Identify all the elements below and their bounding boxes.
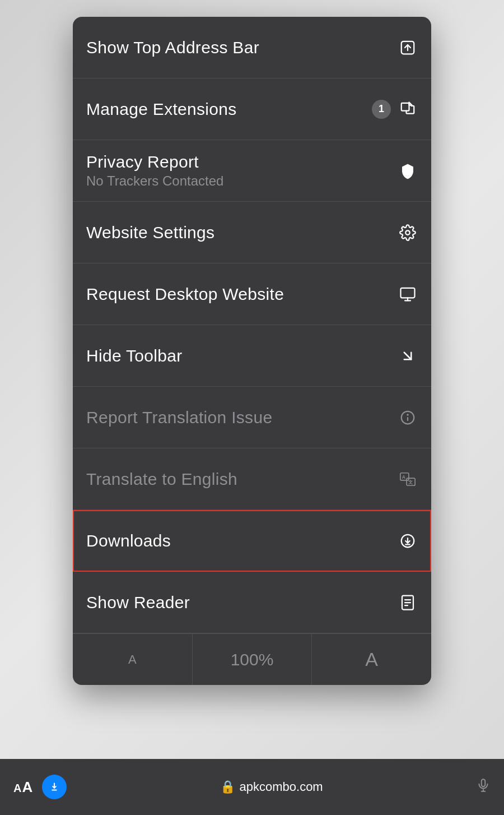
privacy-report-sublabel: No Trackers Contacted	[86, 173, 223, 189]
menu-item-right	[398, 161, 418, 181]
arrow-up-box-icon	[398, 38, 418, 58]
svg-rect-25	[482, 779, 486, 786]
url-text: apkcombo.com	[240, 780, 323, 794]
url-bar[interactable]: 🔒 apkcombo.com	[76, 780, 467, 794]
menu-container: Show Top Address Bar Manage Extensions 1	[73, 17, 431, 685]
svg-point-3	[405, 230, 410, 235]
menu-item-manage-extensions[interactable]: Manage Extensions 1	[73, 78, 431, 140]
manage-extensions-label: Manage Extensions	[86, 100, 237, 119]
download-progress-button[interactable]	[42, 775, 67, 799]
menu-item-right	[398, 531, 418, 551]
report-translation-issue-label: Report Translation Issue	[86, 408, 272, 427]
menu-item-right: 1	[372, 99, 418, 119]
menu-item-left: Show Reader	[86, 593, 190, 612]
menu-item-request-desktop-website[interactable]: Request Desktop Website	[73, 263, 431, 325]
gear-icon	[398, 223, 418, 243]
menu-item-report-translation-issue[interactable]: Report Translation Issue	[73, 387, 431, 448]
menu-item-translate-to-english[interactable]: Translate to English A 文	[73, 448, 431, 510]
svg-rect-2	[402, 103, 409, 110]
shield-icon	[398, 161, 418, 181]
svg-text:A: A	[402, 474, 405, 480]
microphone-icon[interactable]	[476, 778, 491, 797]
extensions-badge: 1	[372, 100, 391, 119]
font-decrease-label: A	[128, 652, 137, 667]
menu-item-show-reader[interactable]: Show Reader	[73, 572, 431, 633]
hide-toolbar-label: Hide Toolbar	[86, 346, 183, 365]
puzzle-piece-icon	[398, 99, 418, 119]
font-decrease-button[interactable]: A	[73, 634, 193, 685]
font-percent-value: 100%	[231, 650, 274, 669]
menu-item-right	[398, 38, 418, 58]
menu-item-right	[398, 346, 418, 366]
font-increase-label: A	[365, 649, 378, 670]
svg-rect-4	[401, 288, 415, 298]
aa-button[interactable]: AA	[13, 779, 33, 796]
menu-item-left: Request Desktop Website	[86, 285, 284, 304]
downloads-label: Downloads	[86, 531, 171, 550]
translate-icon: A 文	[398, 469, 418, 489]
translate-to-english-label: Translate to English	[86, 470, 237, 489]
svg-point-11	[407, 414, 408, 415]
svg-text:文: 文	[408, 479, 413, 485]
menu-item-left: Downloads	[86, 531, 171, 550]
menu-item-right: A 文	[398, 469, 418, 489]
menu-item-left: Show Top Address Bar	[86, 38, 259, 57]
menu-item-website-settings[interactable]: Website Settings	[73, 202, 431, 263]
menu-item-left: Hide Toolbar	[86, 346, 183, 365]
lock-icon: 🔒	[220, 780, 235, 794]
arrows-diagonal-icon	[398, 346, 418, 366]
reader-icon	[398, 592, 418, 613]
menu-item-downloads[interactable]: Downloads	[73, 510, 431, 572]
font-size-row: A 100% A	[73, 633, 431, 685]
desktop-icon	[398, 284, 418, 304]
bottom-bar: AA 🔒 apkcombo.com	[0, 759, 504, 815]
menu-item-left: Translate to English	[86, 470, 237, 489]
menu-item-show-top-address-bar[interactable]: Show Top Address Bar	[73, 17, 431, 78]
menu-item-right	[398, 284, 418, 304]
font-percent-display: 100%	[193, 634, 312, 685]
menu-item-hide-toolbar[interactable]: Hide Toolbar	[73, 325, 431, 387]
website-settings-label: Website Settings	[86, 223, 214, 242]
privacy-report-label: Privacy Report	[86, 152, 223, 172]
menu-item-left: Privacy Report No Trackers Contacted	[86, 152, 223, 189]
menu-item-right	[398, 592, 418, 613]
menu-item-right	[398, 223, 418, 243]
menu-item-left: Report Translation Issue	[86, 408, 272, 427]
request-desktop-website-label: Request Desktop Website	[86, 285, 284, 304]
menu-item-right	[398, 408, 418, 428]
show-top-address-bar-label: Show Top Address Bar	[86, 38, 259, 57]
svg-line-7	[404, 352, 412, 359]
font-increase-button[interactable]: A	[312, 634, 431, 685]
download-circle-icon	[398, 531, 418, 551]
menu-item-left: Website Settings	[86, 223, 214, 242]
menu-item-left: Manage Extensions	[86, 100, 237, 119]
menu-item-privacy-report[interactable]: Privacy Report No Trackers Contacted	[73, 140, 431, 202]
info-circle-icon	[398, 408, 418, 428]
show-reader-label: Show Reader	[86, 593, 190, 612]
